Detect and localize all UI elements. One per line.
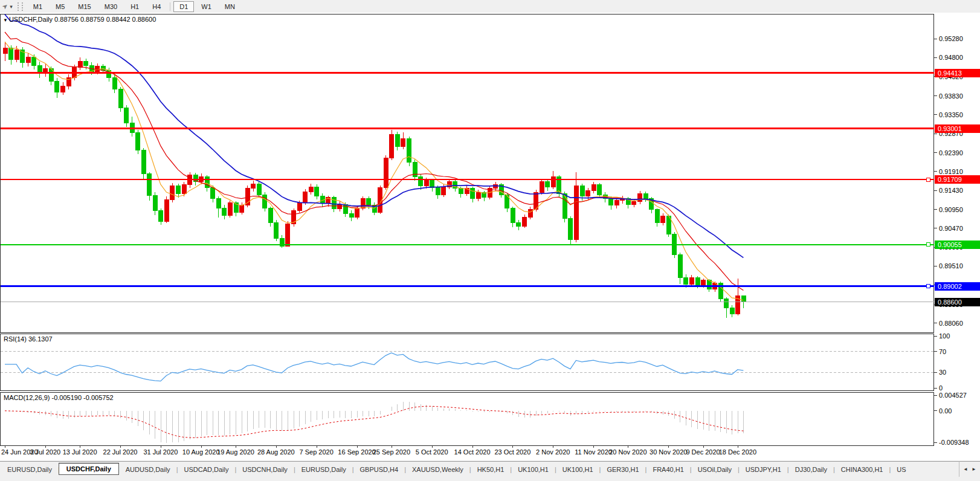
price-tick-label: 0.93830 xyxy=(939,92,979,100)
timeframe-button-h4[interactable]: H4 xyxy=(146,1,167,12)
rsi-tick-label: 30 xyxy=(939,369,979,376)
timeframe-button-m5[interactable]: M5 xyxy=(50,1,71,12)
chart-tab-usoil-daily[interactable]: USOil,Daily xyxy=(691,463,739,476)
macd-tick-label: 0.00 xyxy=(939,407,979,415)
tab-scroll-right-icon[interactable]: ► xyxy=(972,466,976,472)
chart-tab-gbpusd-h4[interactable]: GBPUSD,H4 xyxy=(353,463,406,476)
chart-tab-uk100-h1[interactable]: UK100,H1 xyxy=(511,463,556,476)
rsi-indicator-label: RSI(14) 36.1307 xyxy=(4,335,53,343)
timeframe-button-d1[interactable]: D1 xyxy=(173,1,194,12)
macd-tick-label: -0.009348 xyxy=(939,439,979,446)
chart-tab-china300-h1[interactable]: CHINA300,H1 xyxy=(834,463,891,476)
chart-tab-usdjpy-h1[interactable]: USDJPY,H1 xyxy=(738,463,788,476)
price-tick-label: 0.94800 xyxy=(939,54,979,61)
timeframe-toolbar: ➤ ▾ M1M5M15M30H1H4D1W1MN xyxy=(0,0,980,13)
hline-price-badge: 0.93001 xyxy=(935,124,980,133)
chart-symbol-label: USDCHF,Daily xyxy=(9,16,53,23)
date-axis-label: 22 Jul 2020 xyxy=(98,448,143,456)
chevron-down-icon: ▾ xyxy=(10,4,13,10)
price-tick-label: 0.90470 xyxy=(939,225,979,232)
chart-tab-uk100-h1[interactable]: UK100,H1 xyxy=(555,463,601,476)
hline-price-badge: 0.89002 xyxy=(935,282,980,291)
price-tick-label: 0.93350 xyxy=(939,111,979,118)
date-axis-label: 19 Aug 2020 xyxy=(213,448,258,456)
date-axis-label: 20 Nov 2020 xyxy=(605,448,650,456)
timeframe-button-h1[interactable]: H1 xyxy=(124,1,145,12)
chart-tab-audusd-daily[interactable]: AUDUSD,Daily xyxy=(118,463,178,476)
macd-tick-label: 0.004527 xyxy=(939,392,979,399)
chart-tab-ger30-h1[interactable]: GER30,H1 xyxy=(599,463,646,476)
collapse-chart-icon[interactable]: ▼ xyxy=(3,18,8,23)
timeframe-button-m1[interactable]: M1 xyxy=(27,1,48,12)
chart-tab-fra40-h1[interactable]: FRA40,H1 xyxy=(645,463,691,476)
current-price-badge: 0.88600 xyxy=(935,298,980,306)
tab-scroll-left-icon[interactable]: ◄ xyxy=(963,466,968,472)
hline-price-badge: 0.94413 xyxy=(935,69,980,77)
timeframe-button-w1[interactable]: W1 xyxy=(195,1,218,12)
rsi-tick-label: 0 xyxy=(939,384,979,392)
price-tick-label: 0.92390 xyxy=(939,149,979,157)
price-tick-label: 0.90950 xyxy=(939,206,979,213)
hline-price-badge: 0.90055 xyxy=(935,240,980,249)
date-axis-label: 31 Jul 2020 xyxy=(138,448,183,456)
chart-ohlc-values: 0.88756 0.88759 0.88442 0.88600 xyxy=(54,16,156,23)
hline-handle[interactable] xyxy=(926,285,930,288)
chart-tab-hk50-h1[interactable]: HK50,H1 xyxy=(470,463,512,476)
chart-tab-xauusd-weekly[interactable]: XAUUSD,Weekly xyxy=(405,463,471,476)
chart-canvas[interactable] xyxy=(0,13,980,460)
toolbar-grip[interactable] xyxy=(18,2,23,11)
date-axis-label: 18 Dec 2020 xyxy=(715,448,760,456)
date-axis-label: 23 Oct 2020 xyxy=(490,448,535,456)
chart-tab-dj30-daily[interactable]: DJ30,Daily xyxy=(788,463,834,476)
timeframe-button-m15[interactable]: M15 xyxy=(72,1,97,12)
rsi-tick-label: 100 xyxy=(939,332,979,340)
chart-tab-us[interactable]: US xyxy=(889,463,913,476)
chart-tab-bar: EURUSD,Daily|USDCHF,Daily|AUDUSD,Daily|U… xyxy=(0,461,959,477)
date-axis-label: 28 Aug 2020 xyxy=(254,448,298,456)
date-axis-label: 25 Sep 2020 xyxy=(369,448,414,456)
price-tick-label: 0.89510 xyxy=(939,262,979,270)
tab-scrollers: ◄ ► xyxy=(959,461,980,477)
cursor-tool-icon: ➤ xyxy=(1,2,10,11)
hline-handle[interactable] xyxy=(926,243,930,247)
timeframe-button-m30[interactable]: M30 xyxy=(98,1,123,12)
timeframe-button-mn[interactable]: MN xyxy=(219,1,241,12)
chart-header: ▼USDCHF,Daily 0.88756 0.88759 0.88442 0.… xyxy=(3,16,156,23)
date-axis-label: 2 Nov 2020 xyxy=(530,448,575,456)
price-tick-label: 0.91430 xyxy=(939,187,979,194)
chart-tab-usdcad-daily[interactable]: USDCAD,Daily xyxy=(176,463,236,476)
price-tick-label: 0.88060 xyxy=(939,320,979,327)
price-tick-label: 0.91910 xyxy=(939,168,979,175)
rsi-tick-label: 70 xyxy=(939,348,979,355)
toolbar-separator xyxy=(170,2,170,11)
chart-tab-usdcnh-daily[interactable]: USDCNH,Daily xyxy=(235,463,295,476)
chart-window: ▼USDCHF,Daily 0.88756 0.88759 0.88442 0.… xyxy=(0,13,980,460)
date-axis-label: 13 Jul 2020 xyxy=(57,448,102,456)
price-tick-label: 0.95280 xyxy=(939,35,979,42)
date-axis-label: 5 Oct 2020 xyxy=(410,448,454,456)
date-axis-label: 14 Oct 2020 xyxy=(450,448,495,456)
chart-tab-eurusd-daily[interactable]: EURUSD,Daily xyxy=(294,463,353,476)
hline-handle[interactable] xyxy=(926,178,930,181)
chart-tab-eurusd-daily[interactable]: EURUSD,Daily xyxy=(0,463,59,476)
hline-price-badge: 0.91709 xyxy=(935,175,980,184)
chart-tool-button[interactable]: ➤ ▾ xyxy=(0,2,15,10)
chart-tab-usdchf-daily[interactable]: USDCHF,Daily xyxy=(59,463,119,475)
date-axis-label: 7 Sep 2020 xyxy=(294,448,339,456)
macd-indicator-label: MACD(12,26,9) -0.005190 -0.005752 xyxy=(4,394,114,401)
